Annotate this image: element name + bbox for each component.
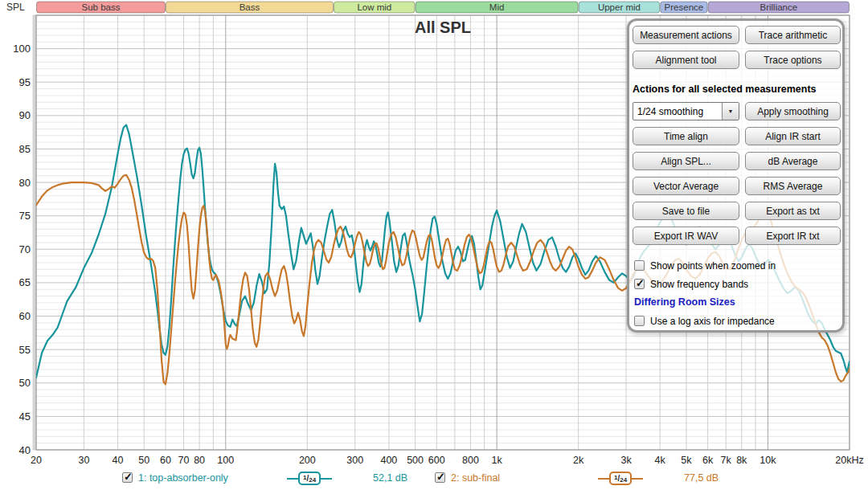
x-tick-label: 8k <box>736 455 747 466</box>
x-tick-label: 70 <box>178 455 190 466</box>
x-tick-label: 50 <box>138 455 149 466</box>
x-tick-label: 500 <box>407 455 424 466</box>
y-tick-label: 80 <box>19 177 31 189</box>
x-tick-label: 800 <box>462 455 479 466</box>
log-axis-impedance-label: Use a log axis for impedance <box>650 316 775 327</box>
y-tick-label: 60 <box>19 310 31 322</box>
trace-2-label[interactable]: 2: sub-final <box>451 472 500 484</box>
x-tick-label: 2k <box>573 455 584 466</box>
y-tick-label: 55 <box>19 344 31 356</box>
x-tick-label: 5k <box>681 455 692 466</box>
show-bands-checkbox-row: ✓ Show frequency bands <box>634 278 748 290</box>
y-tick-label: 90 <box>19 109 31 121</box>
y-tick-label: 100 <box>13 43 31 55</box>
check-icon: ✓ <box>436 471 445 483</box>
check-icon: ✓ <box>636 277 645 289</box>
chart-title: All SPL <box>415 18 471 36</box>
rew-spl-window: 404550556065707580859095100SPL2030405060… <box>0 0 868 490</box>
show-points-checkbox-row: ✓ Show points when zoomed in <box>634 259 776 272</box>
band-label-bass: Bass <box>240 2 260 12</box>
y-tick-label: 50 <box>19 377 31 389</box>
align-spl-button[interactable]: Align SPL... <box>633 152 739 170</box>
smoothing-select-value: 1/24 smoothing <box>633 103 722 120</box>
spl-axis-title: SPL <box>6 2 25 13</box>
trace-1-smoothing-badge[interactable]: 1/24 <box>287 472 345 485</box>
smoothing-select[interactable]: 1/24 smoothing ▼ <box>633 102 739 120</box>
rms-average-button[interactable]: RMS Average <box>745 177 841 195</box>
band-label-brilliance: Brilliance <box>760 2 797 12</box>
trace-1-cursor-value: 52,1 dB <box>373 472 407 484</box>
x-tick-label: 200 <box>299 455 316 466</box>
x-tick-label: 6k <box>702 455 714 466</box>
db-average-button[interactable]: dB Average <box>745 152 841 170</box>
y-tick-label: 95 <box>19 76 31 88</box>
show-points-label: Show points when zoomed in <box>650 260 776 272</box>
alignment-tool-button[interactable]: Alignment tool <box>633 51 739 69</box>
trace-1-label[interactable]: 1: top-absorber-only <box>138 472 228 484</box>
band-label-low-mid: Low mid <box>357 2 391 12</box>
trace-arithmetic-button[interactable]: Trace arithmetic <box>745 26 841 44</box>
trace-1-visible-checkbox[interactable]: ✓ <box>122 472 133 483</box>
x-tick-label: 1k <box>492 455 503 466</box>
differing-room-sizes-link[interactable]: Differing Room Sizes <box>634 296 735 308</box>
log-axis-impedance-checkbox[interactable]: ✓ <box>634 316 645 326</box>
y-tick-label: 45 <box>19 410 31 423</box>
x-tick-label: 400 <box>380 455 397 466</box>
trace-2-cursor-value: 77,5 dB <box>684 472 719 484</box>
x-tick-label: 7k <box>721 455 732 466</box>
export-as-txt-button[interactable]: Export as txt <box>745 202 841 220</box>
band-label-mid: Mid <box>489 2 505 12</box>
y-tick-label: 70 <box>19 243 31 255</box>
band-label-presence: Presence <box>665 2 704 12</box>
y-tick-label: 65 <box>19 276 31 288</box>
band-label-upper-mid: Upper mid <box>598 2 641 12</box>
x-tick-label: 3k <box>620 455 632 466</box>
save-to-file-button[interactable]: Save to file <box>633 202 739 220</box>
y-tick-label: 75 <box>19 210 31 222</box>
log-impedance-checkbox-row: ✓ Use a log axis for impedance <box>634 315 775 327</box>
x-tick-label: 40 <box>113 455 124 466</box>
x-tick-label: 20kHz <box>835 455 863 466</box>
y-tick-label: 85 <box>19 143 31 155</box>
x-tick-label: 80 <box>194 455 205 466</box>
show-frequency-bands-checkbox[interactable]: ✓ <box>634 279 645 289</box>
show-frequency-bands-label: Show frequency bands <box>650 279 748 290</box>
x-tick-label: 10k <box>760 455 776 466</box>
time-align-button[interactable]: Time align <box>633 127 739 145</box>
export-ir-wav-button[interactable]: Export IR WAV <box>633 227 739 245</box>
x-tick-label: 100 <box>217 455 234 466</box>
y-tick-label: 40 <box>19 444 31 456</box>
x-tick-label: 60 <box>160 455 171 466</box>
check-icon: ✓ <box>124 471 133 483</box>
show-points-checkbox[interactable]: ✓ <box>634 260 645 271</box>
export-ir-txt-button[interactable]: Export IR txt <box>745 227 841 245</box>
chevron-down-icon[interactable]: ▼ <box>722 103 739 120</box>
vector-average-button[interactable]: Vector Average <box>633 177 739 195</box>
actions-panel: Measurement actions Trace arithmetic Ali… <box>627 18 845 333</box>
panel-section-title: Actions for all selected measurements <box>633 84 844 95</box>
x-tick-label: 300 <box>346 455 363 466</box>
x-tick-label: 4k <box>655 455 666 466</box>
axis-groove <box>33 15 35 450</box>
trace-legend: ✓ 1: top-absorber-only 1/24 52,1 dB ✓ 2:… <box>0 469 868 490</box>
align-ir-start-button[interactable]: Align IR start <box>745 127 841 145</box>
measurement-actions-button[interactable]: Measurement actions <box>633 26 739 44</box>
trace-2-visible-checkbox[interactable]: ✓ <box>435 472 445 483</box>
trace-options-button[interactable]: Trace options <box>745 51 841 69</box>
x-tick-label: 30 <box>78 455 89 466</box>
x-tick-label: 20 <box>31 455 42 466</box>
x-tick-label: 600 <box>428 455 445 466</box>
trace-2-smoothing-badge[interactable]: 1/24 <box>598 472 656 485</box>
band-label-sub-bass: Sub bass <box>81 2 120 12</box>
apply-smoothing-button[interactable]: Apply smoothing <box>745 102 841 120</box>
